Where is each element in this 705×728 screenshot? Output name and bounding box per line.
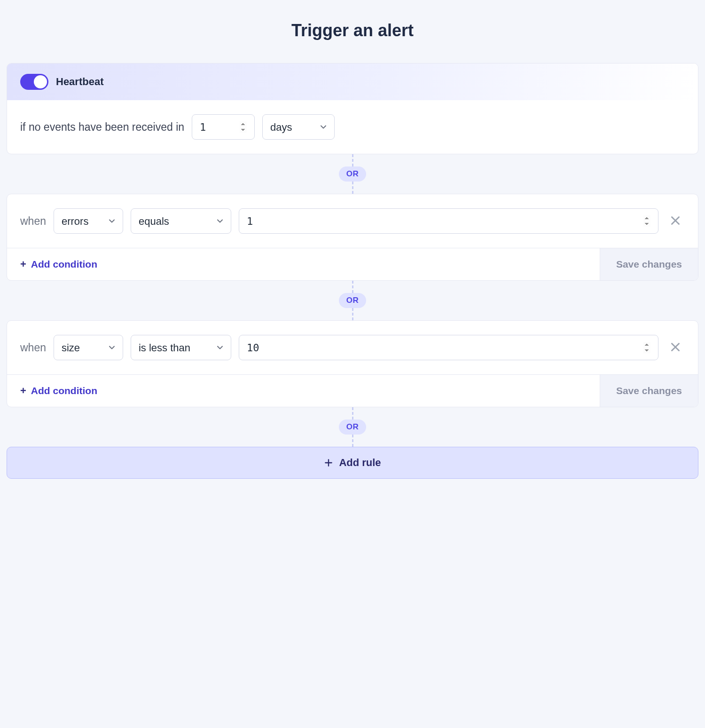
plus-icon — [324, 458, 333, 467]
connector-line — [352, 154, 353, 166]
rule-prefix: when — [20, 341, 46, 354]
rule-card: when size is less than — [7, 320, 698, 407]
plus-icon: + — [20, 386, 26, 396]
remove-rule-button[interactable] — [666, 338, 685, 357]
heartbeat-card: Heartbeat if no events have been receive… — [7, 63, 698, 154]
rule-operator-select[interactable]: is less than — [131, 335, 231, 360]
toggle-knob — [34, 75, 47, 88]
connector-line — [352, 407, 353, 419]
add-condition-label: Add condition — [31, 259, 97, 270]
add-rule-label: Add rule — [339, 457, 381, 469]
close-icon — [669, 214, 682, 228]
rule-operator-select[interactable]: equals — [131, 208, 231, 234]
connector: OR — [7, 407, 698, 447]
save-changes-button[interactable]: Save changes — [600, 248, 698, 280]
rule-field-select[interactable]: size — [54, 335, 123, 360]
add-condition-label: Add condition — [31, 385, 97, 396]
remove-rule-button[interactable] — [666, 212, 685, 230]
heartbeat-count-input[interactable] — [192, 114, 255, 140]
heartbeat-unit-wrap: days — [262, 114, 335, 140]
or-pill: OR — [339, 166, 367, 182]
close-icon — [669, 341, 682, 355]
connector-line — [352, 281, 353, 293]
heartbeat-unit-select[interactable]: days — [262, 114, 335, 140]
rule-value-input[interactable] — [239, 208, 658, 234]
heartbeat-body: if no events have been received in days — [7, 100, 698, 154]
add-rule-button[interactable]: Add rule — [7, 447, 698, 479]
plus-icon: + — [20, 259, 26, 269]
save-changes-button[interactable]: Save changes — [600, 375, 698, 407]
rule-card: when errors equals — [7, 194, 698, 281]
connector: OR — [7, 154, 698, 194]
add-condition-button[interactable]: + Add condition — [7, 375, 600, 407]
rule-value-input[interactable] — [239, 335, 658, 360]
heartbeat-header: Heartbeat — [7, 63, 698, 100]
page-title: Trigger an alert — [7, 21, 698, 40]
rule-prefix: when — [20, 215, 46, 228]
rule-field-select[interactable]: errors — [54, 208, 123, 234]
add-condition-button[interactable]: + Add condition — [7, 248, 600, 280]
connector-line — [352, 182, 353, 194]
or-pill: OR — [339, 419, 367, 435]
rule-body: when errors equals — [7, 194, 698, 248]
connector-line — [352, 308, 353, 320]
rule-body: when size is less than — [7, 321, 698, 374]
or-pill: OR — [339, 293, 367, 308]
heartbeat-label: Heartbeat — [56, 76, 103, 88]
heartbeat-text: if no events have been received in — [20, 121, 184, 134]
connector-line — [352, 435, 353, 447]
heartbeat-toggle[interactable] — [20, 74, 48, 90]
connector: OR — [7, 281, 698, 320]
